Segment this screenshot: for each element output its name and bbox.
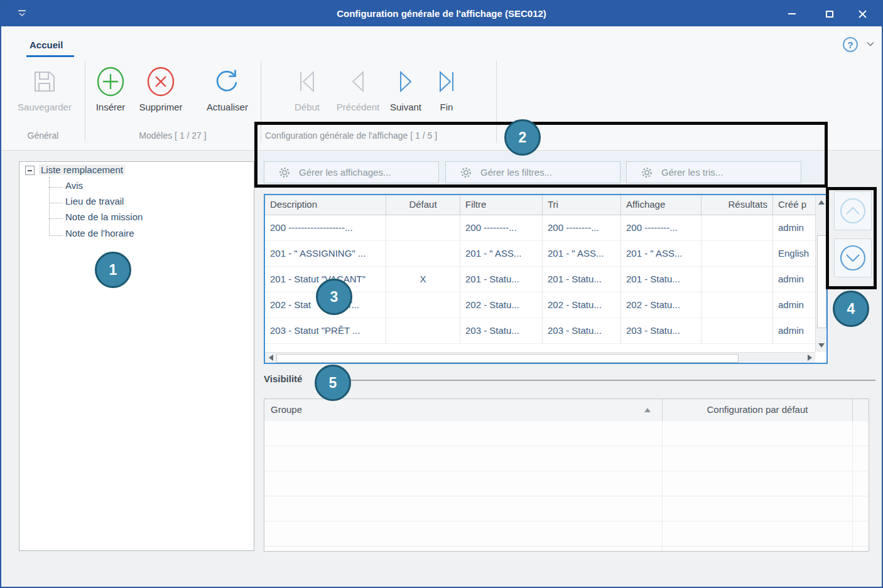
help-button[interactable]: ? — [843, 37, 858, 52]
cell-tri: 201 - " ASS... — [543, 241, 621, 266]
horizontal-scrollbar[interactable] — [265, 352, 815, 363]
cell-resultats — [702, 241, 773, 266]
cell-defaut — [386, 241, 460, 266]
visibility-table-body[interactable] — [264, 421, 869, 551]
cell-cree-par: admin — [773, 292, 815, 318]
minimize-button[interactable] — [777, 1, 806, 26]
annotation-callout-1: 1 — [95, 252, 131, 288]
column-header-description[interactable]: Description — [265, 195, 386, 215]
tree-item-lieu-de-travail[interactable]: Lieu de travail — [65, 196, 124, 206]
table-row[interactable]: 200 ------------------... 200 --------..… — [265, 215, 826, 241]
previous-record-icon — [330, 64, 386, 99]
last-record-button[interactable]: Fin — [428, 64, 465, 112]
visibility-header-row: Groupe Configuration par défaut — [264, 399, 869, 422]
tree-connector — [49, 235, 63, 236]
table-row[interactable]: 203 - Statut "PRÊT ... 203 - Statu... 20… — [265, 318, 826, 344]
refresh-icon — [200, 64, 255, 99]
cell-resultats — [702, 215, 773, 240]
active-tab-underline — [26, 55, 74, 57]
scroll-down-button[interactable] — [816, 339, 826, 351]
cell-filtre: 203 - Statu... — [460, 318, 543, 343]
tree-connector — [49, 177, 50, 236]
cell-filtre: 200 --------... — [460, 215, 543, 240]
tree-connector — [49, 187, 63, 188]
save-button[interactable]: Sauvegarder — [11, 64, 78, 112]
tree-root-liste-remplacement[interactable]: Liste remplacement — [39, 164, 125, 175]
scrollbar-thumb[interactable] — [276, 354, 739, 363]
column-divider — [852, 421, 853, 551]
delete-icon — [133, 64, 188, 99]
cell-resultats — [702, 292, 773, 318]
tree-item-avis[interactable]: Avis — [65, 180, 83, 191]
cell-cree-par: admin — [773, 215, 815, 240]
first-record-icon — [285, 64, 329, 99]
window-titlebar: Configuration générale de l'affichage (S… — [1, 1, 882, 26]
insert-button[interactable]: Insérer — [89, 64, 132, 112]
last-record-icon — [428, 64, 465, 99]
previous-record-button[interactable]: Précédent — [330, 64, 386, 112]
visibility-table: Groupe Configuration par défaut — [264, 398, 869, 552]
refresh-button[interactable]: Actualiser — [200, 64, 255, 112]
cell-cree-par: admin — [773, 267, 815, 292]
column-header-cree-par[interactable]: Créé p — [773, 195, 815, 215]
grid-header-row: Description Défaut Filtre Tri Affichage … — [265, 195, 826, 215]
ribbon-collapse-chevron-icon[interactable] — [867, 41, 874, 46]
cell-tri: 202 - Statu... — [543, 292, 621, 318]
ribbon-group-modeles: Modèles [ 1 / 27 ] — [85, 131, 261, 141]
column-header-defaut[interactable]: Défaut — [386, 195, 460, 215]
scroll-right-button[interactable] — [804, 353, 815, 362]
cell-defaut: X — [386, 267, 460, 292]
tree-collapse-icon[interactable] — [25, 166, 35, 175]
scroll-up-button[interactable] — [816, 196, 826, 208]
column-header-affichage[interactable]: Affichage — [621, 195, 702, 215]
cell-affichage: 201 - " ASS... — [621, 241, 702, 266]
cell-filtre: 202 - Statu... — [460, 292, 543, 318]
cell-tri: 203 - Statu... — [543, 318, 621, 343]
tree-item-note-mission[interactable]: Note de la mission — [65, 211, 143, 222]
annotation-callout-2: 2 — [504, 119, 541, 156]
column-header-tri[interactable]: Tri — [543, 195, 621, 215]
cell-description: 203 - Statut "PRÊT ... — [265, 318, 386, 343]
annotation-callout-5: 5 — [315, 365, 351, 401]
cell-filtre: 201 - Statu... — [460, 267, 543, 292]
close-icon — [859, 10, 867, 18]
tab-accueil[interactable]: Accueil — [30, 40, 63, 50]
column-header-filtre[interactable]: Filtre — [460, 195, 543, 215]
cell-cree-par: admin — [773, 318, 815, 343]
ribbon-group-general: Général — [1, 131, 85, 141]
cell-resultats — [702, 318, 773, 343]
column-header-groupe[interactable]: Groupe — [264, 399, 663, 421]
annotation-rectangle-2 — [254, 122, 828, 188]
insert-icon — [89, 64, 132, 99]
cell-affichage: 203 - Statu... — [621, 318, 702, 343]
window-title: Configuration générale de l'affichage (S… — [1, 1, 882, 26]
next-record-button[interactable]: Suivant — [386, 64, 426, 112]
scrollbar-thumb[interactable] — [817, 235, 826, 328]
cell-resultats — [702, 267, 773, 292]
cell-filtre: 201 - " ASS... — [460, 241, 543, 266]
cell-defaut — [386, 292, 460, 318]
visibility-section-divider — [318, 380, 875, 381]
table-row[interactable]: 201 - " ASSIGNING" ... 201 - " ASS... 20… — [265, 241, 826, 267]
maximize-button[interactable] — [815, 1, 844, 26]
sort-ascending-icon — [644, 408, 651, 412]
column-header-configuration-par-defaut[interactable]: Configuration par défaut — [663, 399, 853, 421]
cell-tri: 200 --------... — [543, 215, 621, 240]
tree-item-note-horaire[interactable]: Note de l'horaire — [65, 228, 134, 238]
cell-defaut — [386, 318, 460, 343]
minimize-icon — [788, 13, 796, 14]
annotation-callout-3: 3 — [316, 279, 352, 315]
scroll-left-button[interactable] — [266, 353, 276, 362]
first-record-button[interactable]: Début — [285, 64, 329, 112]
column-divider — [662, 421, 663, 551]
save-icon — [11, 64, 78, 99]
column-header-resultats[interactable]: Résultats — [702, 195, 773, 215]
close-button[interactable] — [848, 1, 877, 26]
template-tree-panel: Liste remplacement Avis Lieu de travail … — [19, 161, 254, 551]
maximize-icon — [826, 11, 833, 18]
vertical-scrollbar[interactable] — [815, 195, 826, 352]
cell-description: 201 - " ASSIGNING" ... — [265, 241, 386, 266]
next-record-icon — [386, 64, 426, 99]
cell-tri: 201 - Statu... — [543, 267, 621, 292]
delete-button[interactable]: Supprimer — [133, 64, 188, 112]
